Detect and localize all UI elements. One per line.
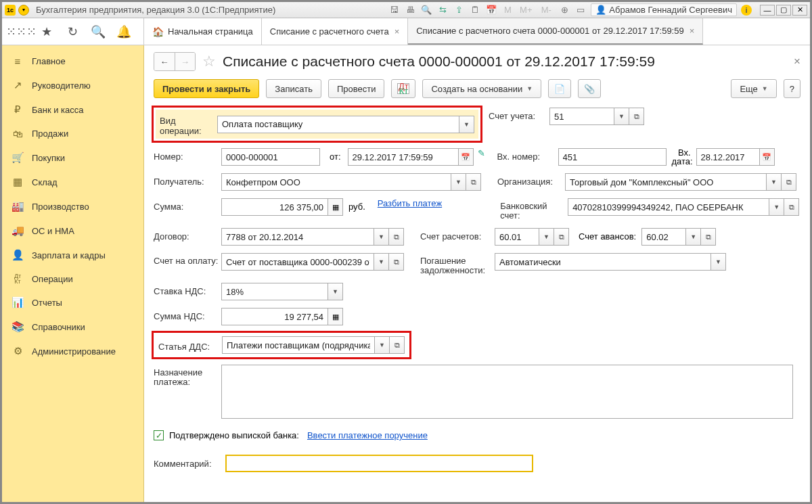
account-input[interactable] [549,108,614,125]
vat-sum-input[interactable] [221,308,328,325]
preview-icon[interactable]: 🔍 [420,4,432,16]
sidebar-item-operations[interactable]: ДтКтОперации [2,267,143,290]
export-icon[interactable]: ⇪ [453,4,465,16]
calculator-button[interactable]: ▦ [328,198,343,216]
split-payment-link[interactable]: Разбить платеж [378,198,442,208]
create-based-on-button[interactable]: Создать на основании▼ [422,79,541,98]
purpose-textarea[interactable] [221,365,793,419]
confirmed-checkbox[interactable]: ✓ [154,430,164,440]
invoice-dropdown[interactable]: ▼ [374,253,389,271]
window-maximize-button[interactable]: ▢ [776,5,791,16]
document-template-button[interactable]: 📄 [548,79,571,98]
sidebar-item-sales[interactable]: 🛍Продажи [2,122,143,145]
sidebar-item-main[interactable]: ≡Главное [2,49,143,73]
dds-input[interactable] [222,336,375,354]
bank-account-dropdown[interactable]: ▼ [769,198,784,216]
contract-open-button[interactable]: ⧉ [389,228,404,246]
account-dropdown[interactable]: ▼ [614,108,629,125]
operation-type-dropdown[interactable]: ▼ [459,116,474,133]
date-input[interactable] [348,148,459,166]
settle-account-input[interactable] [495,228,539,246]
notifications-icon[interactable]: 🔔 [117,25,131,39]
account-open-button[interactable]: ⧉ [629,108,644,125]
bank-account-input[interactable] [568,198,769,216]
tab-close-icon[interactable]: × [394,26,400,37]
calendar-icon[interactable]: 📅 [485,4,497,16]
payee-open-button[interactable]: ⧉ [466,173,481,191]
debt-dropdown[interactable]: ▼ [711,253,726,271]
more-button[interactable]: Еще▼ [731,79,776,98]
info-icon[interactable]: i [741,5,752,16]
number-input[interactable] [221,148,320,166]
print-icon[interactable]: 🖶 [404,4,416,16]
app-menu-button[interactable]: ▾ [18,5,29,16]
in-date-input[interactable] [696,148,760,166]
dtkt-button[interactable]: ДтКт [391,79,415,98]
window-close-button[interactable]: ✕ [792,5,807,16]
vat-rate-dropdown[interactable]: ▼ [328,283,343,300]
advance-account-open-button[interactable]: ⧉ [701,228,716,246]
settle-account-open-button[interactable]: ⧉ [554,228,569,246]
dds-open-button[interactable]: ⧉ [390,336,405,354]
sidebar-item-reports[interactable]: 📊Отчеты [2,290,143,315]
sidebar-item-catalogs[interactable]: 📚Справочники [2,315,143,339]
vat-calculator-button[interactable]: ▦ [328,308,343,325]
tab-close-icon[interactable]: × [690,26,695,36]
window-minimize-button[interactable]: — [760,5,775,16]
memory-mminus-button[interactable]: M- [538,4,554,16]
sidebar-item-assets[interactable]: 🚚ОС и НМА [2,219,143,243]
date-picker-button[interactable]: 📅 [459,148,474,166]
save-icon[interactable]: 🖫 [388,4,400,16]
contract-dropdown[interactable]: ▼ [374,228,389,246]
sidebar-item-bank[interactable]: ₽Банк и касса [2,97,143,122]
sidebar-item-stock[interactable]: ▦Склад [2,170,143,194]
search-icon[interactable]: 🔍 [91,25,105,39]
post-button[interactable]: Провести [328,79,385,98]
invoice-input[interactable] [221,253,374,271]
org-input[interactable] [565,173,767,191]
operation-type-input[interactable] [217,116,459,133]
advance-account-input[interactable] [641,228,686,246]
memory-mplus-button[interactable]: M+ [518,4,534,16]
org-dropdown[interactable]: ▼ [767,173,782,191]
edit-icon[interactable]: ✎ [478,148,485,158]
post-and-close-button[interactable]: Провести и закрыть [154,79,259,98]
help-button[interactable]: ? [784,79,800,98]
debt-input[interactable] [495,253,711,271]
contract-input[interactable] [221,228,374,246]
memory-m-button[interactable]: M [501,4,514,16]
sidebar-item-admin[interactable]: ⚙Администрирование [2,339,143,363]
payee-input[interactable] [221,173,451,191]
history-icon[interactable]: ↻ [66,25,79,39]
tab-home[interactable]: 🏠 Начальная страница [144,18,262,45]
sidebar-item-purchases[interactable]: 🛒Покупки [2,145,143,170]
sidebar-item-production[interactable]: 🏭Производство [2,194,143,219]
nav-forward-button[interactable]: → [175,53,195,70]
payee-dropdown[interactable]: ▼ [451,173,466,191]
sidebar-item-manager[interactable]: ↗Руководителю [2,73,143,97]
apps-grid-icon[interactable]: ⁙⁙⁙ [14,25,28,39]
org-open-button[interactable]: ⧉ [782,173,796,191]
attachment-button[interactable]: 📎 [578,79,601,98]
in-number-input[interactable] [558,148,667,166]
comment-input[interactable] [225,455,533,472]
compare-icon[interactable]: ⇆ [436,4,449,16]
zoom-icon[interactable]: ⊕ [558,4,570,16]
nav-back-button[interactable]: ← [154,53,175,70]
tab-current-document[interactable]: Списание с расчетного счета 0000-000001 … [408,18,703,45]
favorite-star-icon[interactable]: ★ [40,25,53,39]
bank-account-open-button[interactable]: ⧉ [784,198,799,216]
dds-dropdown[interactable]: ▼ [375,336,390,354]
amount-input[interactable] [221,198,328,216]
sidebar-item-payroll[interactable]: 👤Зарплата и кадры [2,243,143,267]
window-list-icon[interactable]: ▭ [574,4,587,16]
user-chip[interactable]: 👤 Абрамов Геннадий Сергеевич [591,3,737,16]
invoice-open-button[interactable]: ⧉ [389,253,404,271]
calculator-icon[interactable]: 🗒 [469,4,481,16]
save-button[interactable]: Записать [266,79,321,98]
in-date-picker-button[interactable]: 📅 [760,148,775,166]
tab-bank-writeoff[interactable]: Списание с расчетного счета × [262,18,408,45]
close-document-button[interactable]: × [794,55,800,68]
vat-rate-input[interactable] [221,283,328,300]
settle-account-dropdown[interactable]: ▼ [539,228,554,246]
